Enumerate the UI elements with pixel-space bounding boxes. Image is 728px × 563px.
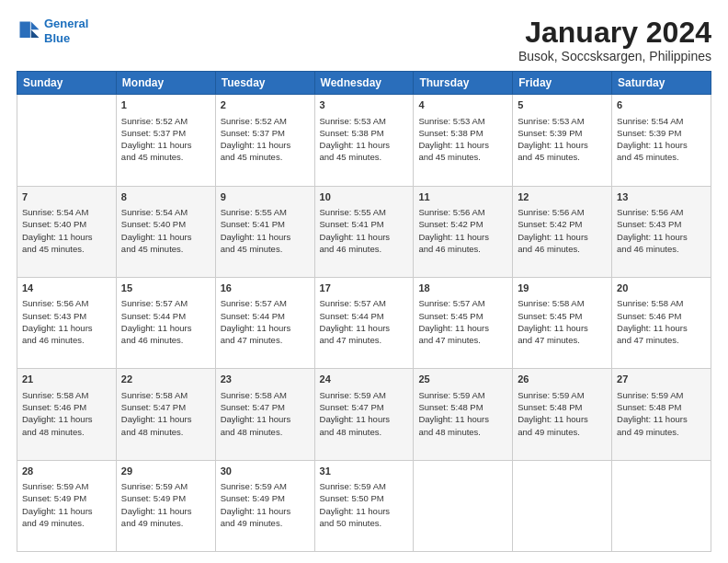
daylight-text: Daylight: 11 hours [518, 139, 607, 151]
day-number: 10 [320, 190, 409, 204]
cell-info: Sunrise: 5:59 AMSunset: 5:47 PMDaylight:… [320, 389, 409, 438]
calendar-cell: 30Sunrise: 5:59 AMSunset: 5:49 PMDayligh… [215, 460, 314, 551]
calendar-cell: 9Sunrise: 5:55 AMSunset: 5:41 PMDaylight… [215, 186, 314, 277]
sunrise-text: Sunrise: 5:59 AM [121, 480, 210, 492]
week-row-1: 1Sunrise: 5:52 AMSunset: 5:37 PMDaylight… [17, 95, 711, 186]
sunset-text: Sunset: 5:50 PM [320, 492, 409, 504]
sunset-text: Sunset: 5:43 PM [617, 218, 706, 230]
day-number: 6 [617, 98, 706, 112]
calendar-cell: 11Sunrise: 5:56 AMSunset: 5:42 PMDayligh… [414, 186, 513, 277]
day-number: 31 [320, 465, 409, 478]
cell-info: Sunrise: 5:56 AMSunset: 5:43 PMDaylight:… [617, 206, 706, 255]
header-row: SundayMondayTuesdayWednesdayThursdayFrid… [17, 72, 711, 95]
cell-info: Sunrise: 5:54 AMSunset: 5:40 PMDaylight:… [121, 206, 210, 255]
sunrise-text: Sunrise: 5:59 AM [221, 480, 310, 492]
daylight-text-cont: and 46 minutes. [121, 334, 210, 346]
cell-info: Sunrise: 5:58 AMSunset: 5:47 PMDaylight:… [121, 389, 210, 438]
daylight-text-cont: and 48 minutes. [418, 426, 507, 438]
sunrise-text: Sunrise: 5:59 AM [518, 389, 607, 401]
calendar-cell: 2Sunrise: 5:52 AMSunset: 5:37 PMDaylight… [215, 95, 314, 186]
week-row-3: 14Sunrise: 5:56 AMSunset: 5:43 PMDayligh… [17, 277, 711, 368]
daylight-text: Daylight: 11 hours [320, 231, 409, 243]
calendar-cell: 29Sunrise: 5:59 AMSunset: 5:49 PMDayligh… [116, 460, 215, 551]
sunrise-text: Sunrise: 5:57 AM [418, 297, 507, 309]
col-header-tuesday: Tuesday [215, 72, 314, 95]
calendar-cell: 8Sunrise: 5:54 AMSunset: 5:40 PMDaylight… [116, 186, 215, 277]
sunset-text: Sunset: 5:37 PM [121, 127, 210, 139]
title-block: January 2024 Busok, Soccsksargen, Philip… [518, 17, 711, 63]
logo-line2: Blue [44, 31, 70, 45]
week-row-5: 28Sunrise: 5:59 AMSunset: 5:49 PMDayligh… [17, 460, 711, 551]
sunset-text: Sunset: 5:45 PM [518, 310, 607, 322]
daylight-text: Daylight: 11 hours [221, 505, 310, 517]
sunrise-text: Sunrise: 5:53 AM [320, 115, 409, 127]
sunrise-text: Sunrise: 5:57 AM [221, 297, 310, 309]
cell-info: Sunrise: 5:55 AMSunset: 5:41 PMDaylight:… [221, 206, 310, 255]
calendar-cell: 23Sunrise: 5:58 AMSunset: 5:47 PMDayligh… [215, 369, 314, 460]
cell-info: Sunrise: 5:56 AMSunset: 5:42 PMDaylight:… [518, 206, 607, 255]
sunset-text: Sunset: 5:49 PM [221, 492, 310, 504]
calendar-cell: 25Sunrise: 5:59 AMSunset: 5:48 PMDayligh… [414, 369, 513, 460]
sunset-text: Sunset: 5:42 PM [418, 218, 507, 230]
day-number: 11 [418, 190, 507, 204]
sunrise-text: Sunrise: 5:55 AM [320, 206, 409, 218]
day-number: 16 [221, 282, 310, 295]
cell-info: Sunrise: 5:59 AMSunset: 5:49 PMDaylight:… [221, 480, 310, 529]
calendar-cell: 24Sunrise: 5:59 AMSunset: 5:47 PMDayligh… [314, 369, 414, 460]
daylight-text-cont: and 48 minutes. [320, 426, 409, 438]
daylight-text-cont: and 45 minutes. [121, 151, 210, 163]
daylight-text-cont: and 45 minutes. [418, 151, 507, 163]
sunset-text: Sunset: 5:48 PM [518, 401, 607, 413]
calendar-cell: 18Sunrise: 5:57 AMSunset: 5:45 PMDayligh… [414, 277, 513, 368]
col-header-saturday: Saturday [612, 72, 711, 95]
calendar-cell: 21Sunrise: 5:58 AMSunset: 5:46 PMDayligh… [17, 369, 117, 460]
sunrise-text: Sunrise: 5:53 AM [418, 115, 507, 127]
cell-info: Sunrise: 5:58 AMSunset: 5:46 PMDaylight:… [22, 389, 111, 438]
sunrise-text: Sunrise: 5:52 AM [121, 115, 210, 127]
calendar-cell [414, 460, 513, 551]
sunset-text: Sunset: 5:46 PM [617, 310, 706, 322]
cell-info: Sunrise: 5:59 AMSunset: 5:49 PMDaylight:… [121, 480, 210, 529]
day-number: 20 [617, 282, 706, 295]
sunset-text: Sunset: 5:41 PM [221, 218, 310, 230]
calendar-cell: 20Sunrise: 5:58 AMSunset: 5:46 PMDayligh… [612, 277, 711, 368]
daylight-text-cont: and 49 minutes. [221, 517, 310, 529]
week-row-2: 7Sunrise: 5:54 AMSunset: 5:40 PMDaylight… [17, 186, 711, 277]
sunrise-text: Sunrise: 5:56 AM [418, 206, 507, 218]
day-number: 14 [22, 282, 111, 295]
daylight-text-cont: and 47 minutes. [418, 334, 507, 346]
daylight-text-cont: and 48 minutes. [22, 426, 111, 438]
day-number: 19 [518, 282, 607, 295]
day-number: 9 [221, 190, 310, 204]
day-number: 29 [121, 465, 210, 478]
sunset-text: Sunset: 5:46 PM [22, 401, 111, 413]
daylight-text-cont: and 45 minutes. [617, 151, 706, 163]
calendar-cell: 6Sunrise: 5:54 AMSunset: 5:39 PMDaylight… [612, 95, 711, 186]
sunset-text: Sunset: 5:47 PM [121, 401, 210, 413]
sunrise-text: Sunrise: 5:59 AM [320, 389, 409, 401]
daylight-text: Daylight: 11 hours [221, 413, 310, 425]
calendar-cell: 12Sunrise: 5:56 AMSunset: 5:42 PMDayligh… [513, 186, 612, 277]
sunrise-text: Sunrise: 5:54 AM [617, 115, 706, 127]
calendar-cell [513, 460, 612, 551]
sunrise-text: Sunrise: 5:57 AM [320, 297, 409, 309]
daylight-text-cont: and 47 minutes. [320, 334, 409, 346]
sunrise-text: Sunrise: 5:58 AM [518, 297, 607, 309]
daylight-text: Daylight: 11 hours [221, 322, 310, 334]
daylight-text-cont: and 45 minutes. [518, 151, 607, 163]
sunrise-text: Sunrise: 5:59 AM [22, 480, 111, 492]
day-number: 2 [221, 98, 310, 112]
daylight-text-cont: and 46 minutes. [617, 243, 706, 255]
sunrise-text: Sunrise: 5:58 AM [121, 389, 210, 401]
calendar-cell: 31Sunrise: 5:59 AMSunset: 5:50 PMDayligh… [314, 460, 414, 551]
day-number: 18 [418, 282, 507, 295]
daylight-text: Daylight: 11 hours [418, 231, 507, 243]
cell-info: Sunrise: 5:57 AMSunset: 5:44 PMDaylight:… [221, 297, 310, 346]
daylight-text-cont: and 46 minutes. [518, 243, 607, 255]
sunrise-text: Sunrise: 5:53 AM [518, 115, 607, 127]
calendar-cell: 27Sunrise: 5:59 AMSunset: 5:48 PMDayligh… [612, 369, 711, 460]
daylight-text: Daylight: 11 hours [418, 322, 507, 334]
sunrise-text: Sunrise: 5:56 AM [22, 297, 111, 309]
calendar-cell: 10Sunrise: 5:55 AMSunset: 5:41 PMDayligh… [314, 186, 414, 277]
cell-info: Sunrise: 5:56 AMSunset: 5:43 PMDaylight:… [22, 297, 111, 346]
